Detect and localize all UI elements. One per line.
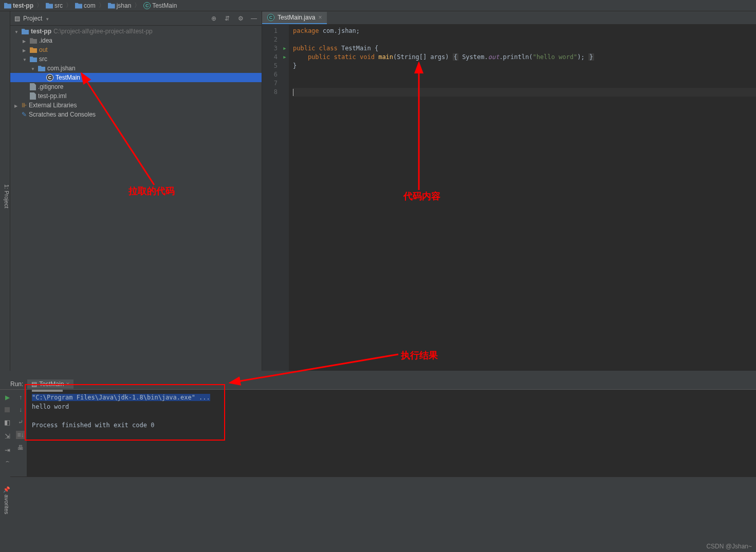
folder-icon [4,3,11,9]
print-icon[interactable]: 🖶 [17,444,24,451]
project-panel: ▤ Project ⊕ ⇵ ⚙ — test-pp C:\project-all… [10,11,262,371]
close-icon[interactable]: × [66,380,69,388]
expand-all-icon[interactable]: ⇵ [224,15,231,22]
breadcrumb-label: src [54,2,63,9]
scratches-icon: ✎ [22,111,27,118]
package-icon [38,65,45,71]
file-icon [30,92,36,100]
project-tree[interactable]: test-pp C:\project-all\gitee-project-all… [10,26,262,119]
breadcrumb-item-com[interactable]: com [75,2,96,9]
file-icon [30,83,36,90]
rerun-icon[interactable]: ▶ [5,394,10,401]
breadcrumb-item-root[interactable]: test-pp [4,2,33,9]
breadcrumb-item-src[interactable]: src [46,2,63,9]
layout-icon[interactable]: ⇲ [5,432,10,440]
editor-tabs: TestMain.java × [262,11,756,25]
run-method-icon[interactable]: ▶ [281,53,289,62]
tab-label: TestMain.java [278,14,315,21]
project-tool-label: 1: Project [4,184,10,208]
breadcrumb-label: TestMain [152,2,177,9]
tree-item-scratches[interactable]: ✎ Scratches and Consoles [10,110,262,119]
editor-body[interactable]: 12345678 ▶ ▶ package com.jshan; public c… [262,25,756,371]
tree-item-testmain[interactable]: TestMain [10,73,262,82]
left-gutter[interactable]: 1: Project [0,11,10,371]
stop-icon[interactable] [5,407,10,412]
run-sidebar: ↑ ↓ ⤶ ≡↓ 🖶 [14,390,27,477]
tree-item-out[interactable]: out [10,45,262,54]
caret-down-icon[interactable] [14,28,20,35]
tree-root[interactable]: test-pp C:\project-all\gitee-project-all… [10,27,262,36]
tree-item-iml[interactable]: test-pp.iml [10,91,262,101]
run-config-name: TestMain [39,380,64,388]
breadcrumb: test-pp 〉 src 〉 com 〉 jshan 〉 TestMain [0,0,756,11]
scrollbar-thumb[interactable] [32,390,63,392]
breadcrumb-item-testmain[interactable]: TestMain [143,2,177,9]
chevron-right-icon: 〉 [36,1,43,10]
tree-label: Scratches and Consoles [29,111,96,118]
tree-path: C:\project-all\gitee-project-all\test-pp [53,28,153,35]
caret-right-icon[interactable] [14,102,20,109]
java-class-icon [267,14,274,21]
scroll-end-icon[interactable]: ≡↓ [16,431,25,439]
line-number-gutter: 12345678 [262,25,281,371]
breadcrumb-label: jshan [117,2,132,9]
java-class-icon [143,2,151,9]
editor-panel: TestMain.java × 12345678 ▶ ▶ package com… [262,11,756,371]
favorites-tool-label[interactable]: 📌 avorites [0,462,10,534]
run-config-icon: ▤ [31,380,37,388]
breadcrumb-label: test-pp [13,2,33,9]
pin-icon[interactable]: 📌 [3,486,10,493]
dump-icon[interactable]: ◧ [4,418,10,426]
tree-label: out [39,46,48,53]
tree-label: .idea [39,37,52,44]
tree-item-package[interactable]: com.jshan [10,64,262,73]
caret-down-icon[interactable] [31,65,36,72]
editor-icon-gutter: ▶ ▶ [281,25,289,371]
editor-tab-testmain[interactable]: TestMain.java × [262,12,327,24]
folder-icon [30,56,37,62]
gear-icon[interactable]: ⚙ [237,15,244,22]
bottom-area [0,477,756,548]
select-opened-file-icon[interactable]: ⊕ [210,15,217,22]
breadcrumb-item-jshan[interactable]: jshan [108,2,132,9]
run-label: Run: [10,380,23,388]
run-config-tab[interactable]: ▤ TestMain × [27,379,73,389]
folder-icon [46,3,53,9]
caret-right-icon[interactable] [23,46,28,53]
tree-label: com.jshan [47,65,76,72]
project-icon: ▤ [14,15,20,22]
down-icon[interactable]: ↓ [19,406,22,413]
exit-icon[interactable]: ⇥ [5,446,10,454]
tree-label: src [39,55,47,63]
output-exit: Process finished with exit code 0 [32,421,751,430]
project-title: Project [23,15,42,22]
tree-item-gitignore[interactable]: .gitignore [10,82,262,91]
folder-icon [108,3,115,9]
breadcrumb-label: com [84,2,96,9]
hide-icon[interactable]: — [250,15,257,22]
folder-icon [75,3,82,9]
tree-item-idea[interactable]: .idea [10,36,262,45]
libraries-icon: ⊪ [22,102,27,109]
run-class-icon[interactable]: ▶ [281,44,289,53]
chevron-right-icon: 〉 [66,1,72,10]
run-output[interactable]: "C:\Program Files\Java\jdk-1.8\bin\java.… [27,390,756,477]
soft-wrap-icon[interactable]: ⤶ [18,418,23,426]
output-line: hello word [32,402,751,411]
up-icon[interactable]: ↑ [19,394,22,401]
java-class-icon [46,74,53,81]
folder-icon [30,47,37,53]
chevron-right-icon: 〉 [99,1,105,10]
code-area[interactable]: package com.jshan; public class TestMain… [289,25,756,371]
caret-down-icon[interactable] [23,55,28,63]
dropdown-icon[interactable] [45,15,50,22]
folder-icon [22,28,29,34]
tree-item-src[interactable]: src [10,54,262,64]
folder-icon [30,37,37,44]
tree-label: .gitignore [38,83,63,90]
close-icon[interactable]: × [318,14,322,21]
tree-item-external-libraries[interactable]: ⊪ External Libraries [10,101,262,110]
caret-right-icon[interactable] [23,37,28,44]
tree-label: External Libraries [29,102,77,109]
tree-label: test-pp [31,28,51,35]
